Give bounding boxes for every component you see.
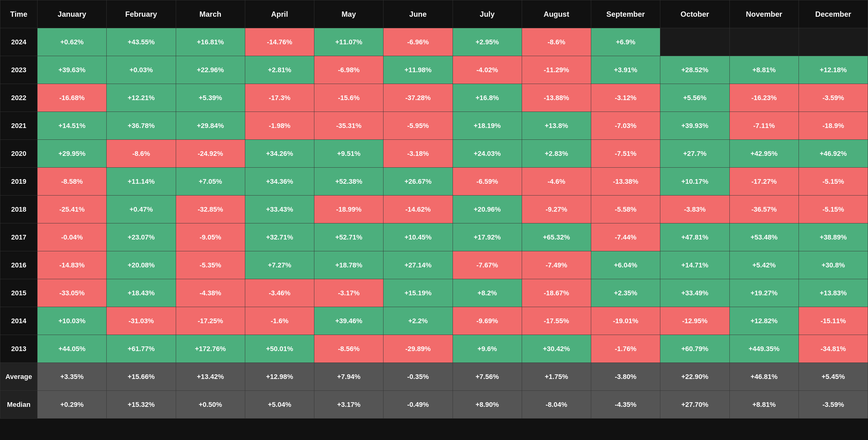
cell-value: +36.78% bbox=[106, 112, 176, 140]
cell-value: +34.26% bbox=[245, 140, 314, 168]
cell-value: -24.92% bbox=[176, 140, 245, 168]
cell-value: -14.62% bbox=[383, 195, 453, 223]
cell-value: -3.59% bbox=[799, 84, 868, 112]
cell-value: +9.6% bbox=[453, 335, 522, 363]
cell-value: -17.27% bbox=[730, 168, 799, 195]
cell-value: -6.96% bbox=[383, 28, 453, 56]
table-row: 2020+29.95%-8.6%-24.92%+34.26%+9.51%-3.1… bbox=[0, 140, 868, 168]
cell-value bbox=[799, 28, 868, 56]
year-label: 2024 bbox=[0, 28, 37, 56]
cell-value: +27.7% bbox=[660, 140, 730, 168]
median-cell: +27.70% bbox=[660, 391, 730, 419]
cell-value: -37.28% bbox=[383, 84, 453, 112]
cell-value: -32.85% bbox=[176, 195, 245, 223]
header-february: February bbox=[106, 0, 176, 28]
cell-value: -4.6% bbox=[522, 168, 591, 195]
cell-value: +20.08% bbox=[106, 251, 176, 279]
cell-value: +2.83% bbox=[522, 140, 591, 168]
cell-value: -5.95% bbox=[383, 112, 453, 140]
cell-value: -13.38% bbox=[591, 168, 660, 195]
cell-value: +65.32% bbox=[522, 223, 591, 251]
cell-value: +6.04% bbox=[591, 251, 660, 279]
cell-value: -8.6% bbox=[106, 140, 176, 168]
cell-value: +32.71% bbox=[245, 223, 314, 251]
cell-value: +43.55% bbox=[106, 28, 176, 56]
median-cell: +15.32% bbox=[106, 391, 176, 419]
cell-value: -25.41% bbox=[37, 195, 106, 223]
cell-value: -18.67% bbox=[522, 279, 591, 307]
median-row: Median+0.29%+15.32%+0.50%+5.04%+3.17%-0.… bbox=[0, 391, 868, 419]
cell-value: -12.95% bbox=[660, 307, 730, 335]
cell-value: -6.59% bbox=[453, 168, 522, 195]
cell-value: -6.98% bbox=[314, 56, 383, 84]
table-row: 2018-25.41%+0.47%-32.85%+33.43%-18.99%-1… bbox=[0, 195, 868, 223]
cell-value: +2.95% bbox=[453, 28, 522, 56]
cell-value: -36.57% bbox=[730, 195, 799, 223]
header-july: July bbox=[453, 0, 522, 28]
cell-value: +8.81% bbox=[730, 56, 799, 84]
header-time: Time bbox=[0, 0, 37, 28]
cell-value: -7.11% bbox=[730, 112, 799, 140]
header-june: June bbox=[383, 0, 453, 28]
cell-value: +20.96% bbox=[453, 195, 522, 223]
table-row: 2019-8.58%+11.14%+7.05%+34.36%+52.38%+26… bbox=[0, 168, 868, 195]
cell-value: +6.9% bbox=[591, 28, 660, 56]
cell-value: -7.49% bbox=[522, 251, 591, 279]
year-label: 2017 bbox=[0, 223, 37, 251]
cell-value: +42.95% bbox=[730, 140, 799, 168]
cell-value: -35.31% bbox=[314, 112, 383, 140]
cell-value: -4.38% bbox=[176, 279, 245, 307]
year-label: 2019 bbox=[0, 168, 37, 195]
cell-value: -15.11% bbox=[799, 307, 868, 335]
cell-value: +24.03% bbox=[453, 140, 522, 168]
cell-value: +7.27% bbox=[245, 251, 314, 279]
cell-value: +46.92% bbox=[799, 140, 868, 168]
cell-value: +18.19% bbox=[453, 112, 522, 140]
cell-value: +0.03% bbox=[106, 56, 176, 84]
year-label: 2021 bbox=[0, 112, 37, 140]
header-november: November bbox=[730, 0, 799, 28]
year-label: 2023 bbox=[0, 56, 37, 84]
table-row: 2015-33.05%+18.43%-4.38%-3.46%-3.17%+15.… bbox=[0, 279, 868, 307]
cell-value: +13.83% bbox=[799, 279, 868, 307]
cell-value: +39.46% bbox=[314, 307, 383, 335]
cell-value: -3.17% bbox=[314, 279, 383, 307]
average-cell: +13.42% bbox=[176, 363, 245, 391]
table-row: 2021+14.51%+36.78%+29.84%-1.98%-35.31%-5… bbox=[0, 112, 868, 140]
cell-value: +12.82% bbox=[730, 307, 799, 335]
table-row: 2014+10.03%-31.03%-17.25%-1.6%+39.46%+2.… bbox=[0, 307, 868, 335]
cell-value: +22.96% bbox=[176, 56, 245, 84]
cell-value: +15.19% bbox=[383, 279, 453, 307]
cell-value: +33.43% bbox=[245, 195, 314, 223]
cell-value: -18.99% bbox=[314, 195, 383, 223]
cell-value: -5.58% bbox=[591, 195, 660, 223]
cell-value: -7.67% bbox=[453, 251, 522, 279]
cell-value: +12.18% bbox=[799, 56, 868, 84]
main-container: Time January February March April May Ju… bbox=[0, 0, 868, 440]
cell-value: -7.51% bbox=[591, 140, 660, 168]
cell-value: +33.49% bbox=[660, 279, 730, 307]
average-cell: +1.75% bbox=[522, 363, 591, 391]
header-september: September bbox=[591, 0, 660, 28]
cell-value: +17.92% bbox=[453, 223, 522, 251]
median-cell: +8.81% bbox=[730, 391, 799, 419]
year-label: 2015 bbox=[0, 279, 37, 307]
cell-value: -31.03% bbox=[106, 307, 176, 335]
cell-value: +27.14% bbox=[383, 251, 453, 279]
cell-value: -9.05% bbox=[176, 223, 245, 251]
average-cell: +46.81% bbox=[730, 363, 799, 391]
cell-value: +8.2% bbox=[453, 279, 522, 307]
cell-value: +2.35% bbox=[591, 279, 660, 307]
median-label: Median bbox=[0, 391, 37, 419]
cell-value: -5.15% bbox=[799, 168, 868, 195]
cell-value: +5.42% bbox=[730, 251, 799, 279]
cell-value: -14.76% bbox=[245, 28, 314, 56]
average-cell: -3.80% bbox=[591, 363, 660, 391]
cell-value: -3.12% bbox=[591, 84, 660, 112]
cell-value: -34.81% bbox=[799, 335, 868, 363]
median-cell: -4.35% bbox=[591, 391, 660, 419]
cell-value: +7.05% bbox=[176, 168, 245, 195]
cell-value: +52.71% bbox=[314, 223, 383, 251]
cell-value: +2.81% bbox=[245, 56, 314, 84]
header-april: April bbox=[245, 0, 314, 28]
